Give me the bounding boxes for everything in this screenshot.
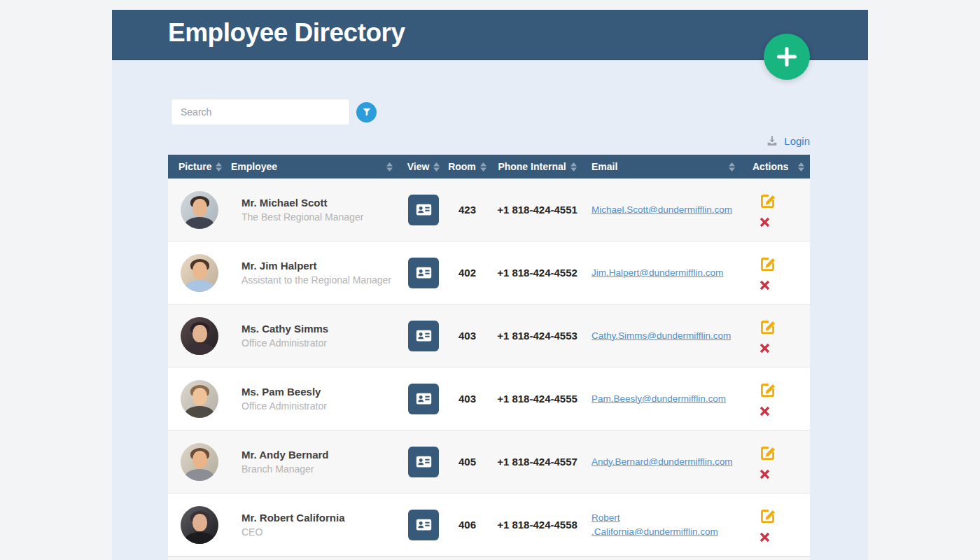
employee-photo (181, 254, 218, 292)
edit-icon[interactable] (759, 444, 777, 462)
edit-icon[interactable] (759, 192, 777, 210)
edit-icon[interactable] (759, 255, 777, 273)
employee-cell: Ms. Pam Beesly Office Administrator (231, 368, 402, 430)
id-card-icon (414, 452, 433, 471)
login-link[interactable]: Login (766, 134, 810, 147)
delete-icon[interactable] (759, 279, 771, 291)
email-cell: Cathy.Simms@dundermifflin.com (584, 304, 742, 367)
employee-name: Ms. Pam Beesly (241, 386, 321, 398)
view-button[interactable] (408, 195, 439, 225)
login-label: Login (784, 135, 810, 147)
view-cell (402, 241, 444, 304)
view-button[interactable] (408, 447, 439, 477)
column-header-employee[interactable]: Employee (231, 155, 402, 178)
room-cell: 423 (444, 178, 490, 241)
page-header: Employee Directory (112, 10, 868, 60)
id-card-icon (414, 200, 433, 219)
delete-icon[interactable] (759, 468, 771, 480)
email-link[interactable]: Pam.Beesly@dundermifflin.com (592, 392, 726, 406)
email-link[interactable]: Robert​.California@dundermifflin.com (592, 511, 735, 538)
id-card-icon (414, 515, 433, 534)
view-button[interactable] (408, 321, 439, 351)
table-row-partial (168, 556, 810, 560)
filter-button[interactable] (356, 102, 377, 122)
column-header-room[interactable]: Room (444, 155, 490, 178)
actions-cell (742, 178, 810, 241)
phone-number: +1 818-424-4557 (497, 456, 578, 468)
actions-cell (742, 368, 810, 430)
employee-photo (181, 506, 218, 544)
employee-cell: Mr. Robert California CEO (231, 493, 402, 556)
picture-cell (168, 368, 231, 430)
employee-photo (181, 191, 218, 229)
download-icon (766, 134, 778, 147)
room-cell: 402 (444, 241, 490, 304)
sort-icon (386, 162, 393, 172)
actions-cell (742, 304, 810, 367)
email-link[interactable]: Jim.Halpert@dundermifflin.com (592, 266, 723, 280)
picture-cell (168, 241, 231, 304)
picture-cell (168, 304, 231, 367)
employee-job-title: Assistant to the Regional Manager (241, 274, 391, 286)
actions-cell (742, 241, 810, 304)
employee-job-title: Office Administrator (241, 400, 327, 412)
delete-icon[interactable] (759, 405, 771, 417)
employee-name: Mr. Robert California (241, 512, 345, 524)
email-cell: Robert​.California@dundermifflin.com (584, 493, 742, 556)
table-row: Mr. Robert California CEO 406 +1 (168, 493, 810, 556)
column-header-actions[interactable]: Actions (742, 155, 810, 178)
phone-cell: +1 818-424-4551 (490, 178, 584, 241)
employee-table: Picture Employee View Room Phone Interna… (168, 155, 810, 560)
column-header-view[interactable]: View (402, 155, 444, 178)
delete-icon[interactable] (759, 531, 771, 543)
view-cell (402, 178, 444, 241)
phone-number: +1 818-424-4558 (497, 519, 578, 531)
sort-icon (729, 162, 735, 172)
email-link[interactable]: Cathy.Simms@dundermifflin.com (592, 329, 731, 343)
funnel-icon (362, 107, 372, 117)
view-cell (402, 304, 444, 367)
room-number: 405 (458, 456, 476, 468)
view-button[interactable] (408, 258, 439, 288)
employee-job-title: The Best Regional Manager (241, 211, 363, 223)
table-row: Mr. Andy Bernard Branch Manager 405 (168, 430, 810, 493)
column-header-email[interactable]: Email (584, 155, 742, 178)
email-cell: Michael.Scott@dundermifflin.com (584, 178, 742, 241)
employee-photo (181, 443, 218, 481)
column-header-phone-internal[interactable]: Phone Internal (490, 155, 584, 178)
email-link[interactable]: Michael.Scott@dundermifflin.com (592, 203, 732, 217)
email-link[interactable]: Andy.Bernard@dundermifflin.com (592, 455, 733, 469)
view-button[interactable] (408, 510, 439, 540)
table-row: Mr. Jim Halpert Assistant to the Regiona… (168, 241, 810, 304)
edit-icon[interactable] (759, 381, 777, 399)
sort-icon (216, 162, 222, 172)
employee-name: Ms. Cathy Simms (241, 323, 328, 335)
table-body: Mr. Michael Scott The Best Regional Mana… (168, 178, 810, 556)
delete-icon[interactable] (759, 342, 771, 354)
actions-cell (742, 430, 810, 493)
delete-icon[interactable] (759, 216, 771, 228)
room-cell: 403 (444, 368, 490, 430)
employee-cell: Ms. Cathy Simms Office Administrator (231, 304, 402, 367)
employee-job-title: Branch Manager (241, 463, 314, 475)
column-header-picture[interactable]: Picture (168, 155, 231, 178)
edit-icon[interactable] (759, 507, 777, 525)
room-number: 403 (458, 393, 476, 405)
employee-job-title: CEO (241, 526, 262, 538)
add-employee-button[interactable] (764, 34, 810, 80)
search-input[interactable] (171, 99, 350, 125)
employee-name: Mr. Michael Scott (241, 197, 328, 209)
id-card-icon (414, 326, 433, 345)
phone-number: +1 818-424-4553 (497, 330, 578, 342)
phone-cell: +1 818-424-4558 (490, 493, 584, 556)
view-cell (402, 430, 444, 493)
employee-photo (181, 317, 218, 355)
edit-icon[interactable] (759, 318, 777, 336)
view-button[interactable] (408, 384, 439, 414)
picture-cell (168, 430, 231, 493)
employee-job-title: Office Administrator (241, 337, 327, 349)
picture-cell (168, 493, 231, 556)
employee-name: Mr. Jim Halpert (241, 260, 317, 272)
phone-cell: +1 818-424-4555 (490, 368, 584, 430)
employee-photo (181, 380, 218, 418)
